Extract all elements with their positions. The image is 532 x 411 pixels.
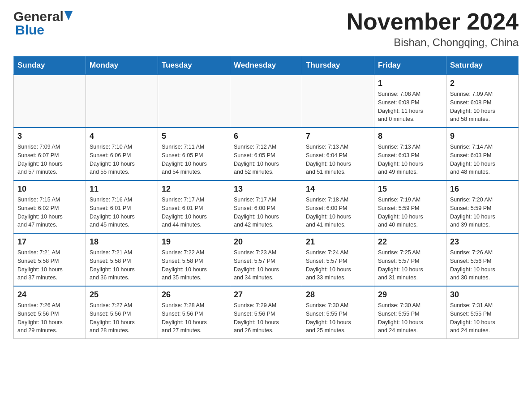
table-row: 1Sunrise: 7:08 AMSunset: 6:08 PMDaylight… (374, 75, 446, 128)
table-row (158, 75, 230, 128)
day-info: Sunrise: 7:16 AMSunset: 6:01 PMDaylight:… (90, 196, 154, 229)
day-info: Sunrise: 7:21 AMSunset: 5:58 PMDaylight:… (17, 248, 82, 282)
day-number: 11 (90, 184, 154, 194)
day-info: Sunrise: 7:15 AMSunset: 6:02 PMDaylight:… (17, 196, 82, 229)
table-row: 8Sunrise: 7:13 AMSunset: 6:03 PMDaylight… (374, 128, 446, 180)
day-number: 21 (306, 237, 370, 247)
table-row: 19Sunrise: 7:22 AMSunset: 5:58 PMDayligh… (158, 233, 230, 286)
col-sunday: Sunday (14, 56, 86, 75)
day-info: Sunrise: 7:23 AMSunset: 5:57 PMDaylight:… (234, 248, 298, 282)
day-number: 1 (378, 79, 442, 88)
table-row (302, 75, 374, 128)
calendar-table: Sunday Monday Tuesday Wednesday Thursday… (13, 56, 519, 339)
day-number: 10 (17, 184, 82, 194)
col-friday: Friday (374, 56, 446, 75)
day-number: 24 (17, 290, 82, 300)
table-row: 12Sunrise: 7:17 AMSunset: 6:01 PMDayligh… (158, 180, 230, 233)
table-row: 11Sunrise: 7:16 AMSunset: 6:01 PMDayligh… (86, 180, 158, 233)
day-info: Sunrise: 7:20 AMSunset: 5:59 PMDaylight:… (450, 196, 515, 229)
table-row: 3Sunrise: 7:09 AMSunset: 6:07 PMDaylight… (14, 128, 86, 180)
day-info: Sunrise: 7:11 AMSunset: 6:05 PMDaylight:… (162, 143, 226, 176)
day-info: Sunrise: 7:10 AMSunset: 6:06 PMDaylight:… (90, 143, 154, 176)
week-row: 17Sunrise: 7:21 AMSunset: 5:58 PMDayligh… (14, 233, 519, 286)
table-row: 27Sunrise: 7:29 AMSunset: 5:56 PMDayligh… (230, 286, 302, 339)
day-info: Sunrise: 7:27 AMSunset: 5:56 PMDaylight:… (90, 301, 154, 335)
table-row: 28Sunrise: 7:30 AMSunset: 5:55 PMDayligh… (302, 286, 374, 339)
day-number: 2 (450, 79, 515, 88)
day-info: Sunrise: 7:29 AMSunset: 5:56 PMDaylight:… (234, 301, 298, 335)
calendar-header-row: Sunday Monday Tuesday Wednesday Thursday… (14, 56, 519, 75)
day-info: Sunrise: 7:22 AMSunset: 5:58 PMDaylight:… (162, 248, 226, 282)
day-info: Sunrise: 7:18 AMSunset: 6:00 PMDaylight:… (306, 196, 370, 229)
table-row: 7Sunrise: 7:13 AMSunset: 6:04 PMDaylight… (302, 128, 374, 180)
day-info: Sunrise: 7:13 AMSunset: 6:03 PMDaylight:… (378, 143, 442, 176)
col-saturday: Saturday (446, 56, 519, 75)
logo: General Blue (13, 9, 73, 38)
day-number: 19 (162, 237, 226, 247)
table-row: 24Sunrise: 7:26 AMSunset: 5:56 PMDayligh… (14, 286, 86, 339)
day-number: 4 (90, 132, 154, 141)
day-number: 25 (90, 290, 154, 300)
col-tuesday: Tuesday (158, 56, 230, 75)
week-row: 24Sunrise: 7:26 AMSunset: 5:56 PMDayligh… (14, 286, 519, 339)
day-info: Sunrise: 7:12 AMSunset: 6:05 PMDaylight:… (234, 143, 298, 176)
day-number: 29 (378, 290, 442, 300)
table-row: 25Sunrise: 7:27 AMSunset: 5:56 PMDayligh… (86, 286, 158, 339)
week-row: 1Sunrise: 7:08 AMSunset: 6:08 PMDaylight… (14, 75, 519, 128)
table-row: 15Sunrise: 7:19 AMSunset: 5:59 PMDayligh… (374, 180, 446, 233)
table-row: 6Sunrise: 7:12 AMSunset: 6:05 PMDaylight… (230, 128, 302, 180)
day-number: 17 (17, 237, 82, 247)
day-info: Sunrise: 7:14 AMSunset: 6:03 PMDaylight:… (450, 143, 515, 176)
table-row: 29Sunrise: 7:30 AMSunset: 5:55 PMDayligh… (374, 286, 446, 339)
day-info: Sunrise: 7:30 AMSunset: 5:55 PMDaylight:… (306, 301, 370, 335)
table-row: 18Sunrise: 7:21 AMSunset: 5:58 PMDayligh… (86, 233, 158, 286)
day-info: Sunrise: 7:09 AMSunset: 6:08 PMDaylight:… (450, 90, 515, 124)
logo-general-text: General (13, 9, 64, 24)
day-info: Sunrise: 7:21 AMSunset: 5:58 PMDaylight:… (90, 248, 154, 282)
page-header: General Blue November 2024 Bishan, Chong… (13, 9, 519, 49)
week-row: 3Sunrise: 7:09 AMSunset: 6:07 PMDaylight… (14, 128, 519, 180)
logo-arrow-icon (64, 11, 73, 21)
table-row: 23Sunrise: 7:26 AMSunset: 5:56 PMDayligh… (446, 233, 519, 286)
table-row: 4Sunrise: 7:10 AMSunset: 6:06 PMDaylight… (86, 128, 158, 180)
table-row: 17Sunrise: 7:21 AMSunset: 5:58 PMDayligh… (14, 233, 86, 286)
day-number: 7 (306, 132, 370, 141)
day-number: 3 (17, 132, 82, 141)
table-row: 10Sunrise: 7:15 AMSunset: 6:02 PMDayligh… (14, 180, 86, 233)
table-row: 30Sunrise: 7:31 AMSunset: 5:55 PMDayligh… (446, 286, 519, 339)
day-number: 30 (450, 290, 515, 300)
table-row: 13Sunrise: 7:17 AMSunset: 6:00 PMDayligh… (230, 180, 302, 233)
day-number: 27 (234, 290, 298, 300)
table-row: 14Sunrise: 7:18 AMSunset: 6:00 PMDayligh… (302, 180, 374, 233)
day-number: 20 (234, 237, 298, 247)
table-row: 9Sunrise: 7:14 AMSunset: 6:03 PMDaylight… (446, 128, 519, 180)
day-info: Sunrise: 7:24 AMSunset: 5:57 PMDaylight:… (306, 248, 370, 282)
day-info: Sunrise: 7:19 AMSunset: 5:59 PMDaylight:… (378, 196, 442, 229)
day-number: 22 (378, 237, 442, 247)
day-number: 23 (450, 237, 515, 247)
day-number: 13 (234, 184, 298, 194)
table-row: 5Sunrise: 7:11 AMSunset: 6:05 PMDaylight… (158, 128, 230, 180)
calendar-subtitle: Bishan, Chongqing, China (347, 36, 519, 49)
table-row: 2Sunrise: 7:09 AMSunset: 6:08 PMDaylight… (446, 75, 519, 128)
day-number: 6 (234, 132, 298, 141)
day-info: Sunrise: 7:26 AMSunset: 5:56 PMDaylight:… (17, 301, 82, 335)
table-row: 16Sunrise: 7:20 AMSunset: 5:59 PMDayligh… (446, 180, 519, 233)
day-info: Sunrise: 7:31 AMSunset: 5:55 PMDaylight:… (450, 301, 515, 335)
day-info: Sunrise: 7:13 AMSunset: 6:04 PMDaylight:… (306, 143, 370, 176)
week-row: 10Sunrise: 7:15 AMSunset: 6:02 PMDayligh… (14, 180, 519, 233)
table-row (230, 75, 302, 128)
table-row (86, 75, 158, 128)
table-row: 26Sunrise: 7:28 AMSunset: 5:56 PMDayligh… (158, 286, 230, 339)
day-number: 14 (306, 184, 370, 194)
day-info: Sunrise: 7:09 AMSunset: 6:07 PMDaylight:… (17, 143, 82, 176)
table-row: 20Sunrise: 7:23 AMSunset: 5:57 PMDayligh… (230, 233, 302, 286)
day-number: 9 (450, 132, 515, 141)
table-row (14, 75, 86, 128)
day-number: 26 (162, 290, 226, 300)
col-monday: Monday (86, 56, 158, 75)
col-thursday: Thursday (302, 56, 374, 75)
day-number: 16 (450, 184, 515, 194)
day-number: 15 (378, 184, 442, 194)
day-number: 28 (306, 290, 370, 300)
